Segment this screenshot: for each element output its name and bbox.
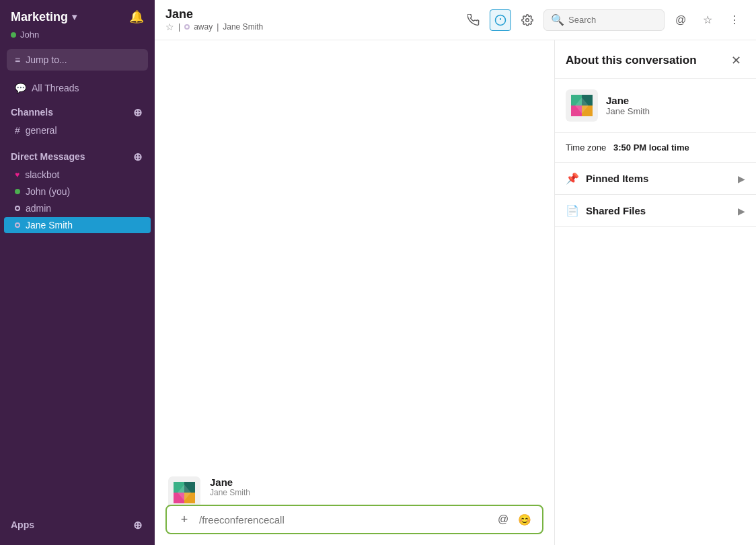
message-input-area: + @ 😊 <box>155 498 554 545</box>
timezone-value: 3:50 PM local time <box>613 142 689 153</box>
close-panel-button[interactable]: ✕ <box>726 51 745 70</box>
heart-icon: ♥ <box>15 170 20 179</box>
dm-name-jane: Jane Smith <box>26 220 73 230</box>
topbar-username: Jane Smith <box>223 22 263 32</box>
topbar-channel-name: Jane <box>165 7 457 22</box>
shared-files-section[interactable]: 📄 Shared Files ▶ <box>555 195 756 227</box>
sender-display-name: Jane <box>210 476 250 488</box>
all-threads-item[interactable]: 💬 All Threads <box>4 79 151 97</box>
workspace-chevron-icon: ▾ <box>72 11 77 22</box>
search-input[interactable] <box>568 15 657 25</box>
all-threads-label: All Threads <box>32 83 79 93</box>
topbar-title-area: Jane ☆ | away | Jane Smith <box>165 7 457 32</box>
dm-header[interactable]: Direct Messages ⊕ <box>0 147 155 166</box>
svg-point-3 <box>526 18 529 22</box>
info-button[interactable] <box>490 9 511 31</box>
sidebar: Marketing ▾ 🔔 John ≡ Jump to... 💬 All Th… <box>0 0 155 545</box>
jump-to-label: Jump to... <box>26 54 67 65</box>
channels-label: Channels <box>11 107 53 118</box>
message-input[interactable] <box>199 514 488 526</box>
right-panel-title: About this conversation <box>566 54 697 67</box>
pin-icon: 📌 <box>566 172 579 185</box>
topbar-meta: ☆ | away | Jane Smith <box>165 22 457 32</box>
status-label: away <box>194 22 213 32</box>
sender-full-name: Jane Smith <box>210 488 250 497</box>
right-panel-user-info: Jane Jane Smith <box>606 95 650 116</box>
separator: | <box>178 22 180 32</box>
add-channel-button[interactable]: ⊕ <box>130 106 144 119</box>
star-icon[interactable]: ☆ <box>165 22 174 32</box>
topbar-icons <box>463 9 538 31</box>
right-panel-display-name: Jane <box>606 95 650 106</box>
sidebar-item-general[interactable]: # general <box>4 122 151 138</box>
sender-info: Jane Jane Smith <box>210 476 250 497</box>
more-button[interactable]: ⋮ <box>724 9 745 31</box>
phone-button[interactable] <box>463 9 484 31</box>
shared-files-chevron: ▶ <box>738 206 745 216</box>
sidebar-header: Marketing ▾ 🔔 <box>0 0 155 30</box>
pinned-items-section[interactable]: 📌 Pinned Items ▶ <box>555 163 756 195</box>
emoji-icon[interactable]: 😊 <box>515 510 534 529</box>
chat-area: Jane Jane Smith This is the very beginni… <box>155 40 756 545</box>
apps-header[interactable]: Apps ⊕ <box>0 515 155 534</box>
messages-spacer <box>168 54 541 476</box>
message-input-icons: @ 😊 <box>494 510 534 529</box>
bookmark-button[interactable]: ☆ <box>697 9 718 31</box>
channels-section: Channels ⊕ # general <box>0 99 155 143</box>
dm-name-john: John (you) <box>26 186 70 197</box>
files-icon: 📄 <box>566 204 579 217</box>
main-content: Jane ☆ | away | Jane Smith <box>155 0 756 545</box>
add-attachment-button[interactable]: + <box>175 510 194 529</box>
settings-button[interactable] <box>517 9 538 31</box>
hash-icon: # <box>15 125 20 136</box>
workspace-name[interactable]: Marketing ▾ <box>11 10 77 24</box>
apps-section: Apps ⊕ <box>0 510 155 545</box>
workspace-title: Marketing <box>11 10 68 24</box>
add-dm-button[interactable]: ⊕ <box>130 150 144 163</box>
dm-name-slackbot: slackbot <box>25 169 59 180</box>
shared-files-label: Shared Files <box>586 205 646 216</box>
channels-header[interactable]: Channels ⊕ <box>0 103 155 122</box>
channel-name-general: general <box>26 125 57 136</box>
sidebar-username: John <box>20 30 39 40</box>
right-panel-timezone: Time zone 3:50 PM local time <box>555 133 756 163</box>
at-mention-icon[interactable]: @ <box>494 510 513 529</box>
pinned-items-left: 📌 Pinned Items <box>566 172 648 185</box>
pinned-items-label: Pinned Items <box>586 173 648 184</box>
threads-icon: 💬 <box>15 83 26 93</box>
apps-label: Apps <box>11 519 34 530</box>
right-panel-user-block: Jane Jane Smith <box>555 79 756 133</box>
search-icon: 🔍 <box>551 13 564 26</box>
sidebar-item-john[interactable]: John (you) <box>4 183 151 200</box>
search-bar[interactable]: 🔍 <box>543 9 665 31</box>
timezone-label: Time zone <box>566 142 606 153</box>
jump-to-icon: ≡ <box>15 54 20 65</box>
jump-to-button[interactable]: ≡ Jump to... <box>7 49 148 71</box>
bell-icon[interactable]: 🔔 <box>129 9 144 24</box>
shared-files-left: 📄 Shared Files <box>566 204 646 217</box>
user-status-dot <box>11 32 16 38</box>
topbar: Jane ☆ | away | Jane Smith <box>155 0 756 40</box>
message-input-container: + @ 😊 <box>155 498 554 545</box>
pinned-items-chevron: ▶ <box>738 173 745 184</box>
sidebar-user: John <box>0 30 155 46</box>
dm-section: Direct Messages ⊕ ♥ slackbot John (you) … <box>0 143 155 238</box>
right-panel-full-name: Jane Smith <box>606 106 650 116</box>
status-dot-green <box>15 189 20 194</box>
add-app-button[interactable]: ⊕ <box>130 518 144 532</box>
status-dot-inactive <box>15 206 20 211</box>
status-dot-topbar <box>184 24 190 30</box>
at-button[interactable]: @ <box>670 9 691 31</box>
message-input-box: + @ 😊 <box>165 505 543 534</box>
sidebar-item-admin[interactable]: admin <box>4 200 151 216</box>
right-panel: About this conversation ✕ Jane <box>554 40 756 545</box>
sidebar-item-slackbot[interactable]: ♥ slackbot <box>4 167 151 183</box>
chat-messages: Jane Jane Smith This is the very beginni… <box>155 40 554 545</box>
dm-name-admin: admin <box>26 203 51 214</box>
right-panel-avatar <box>566 89 598 122</box>
dm-label: Direct Messages <box>11 151 85 162</box>
separator2: | <box>217 22 219 32</box>
right-panel-header: About this conversation ✕ <box>555 40 756 79</box>
sidebar-item-jane-smith[interactable]: Jane Smith <box>4 217 151 233</box>
status-dot-away <box>15 222 20 228</box>
